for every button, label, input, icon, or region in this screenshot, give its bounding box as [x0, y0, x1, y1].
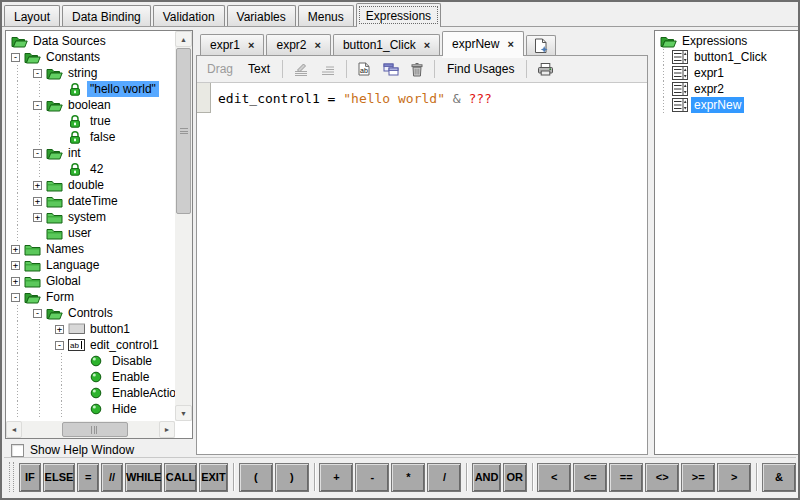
- vertical-scrollbar-thumb[interactable]: [176, 48, 191, 214]
- drag-mode-button[interactable]: Drag: [204, 60, 236, 78]
- greater-equal-button[interactable]: >=: [681, 463, 715, 492]
- tree-item-string[interactable]: - string: [6, 65, 175, 81]
- expand-toggle-icon[interactable]: +: [33, 181, 42, 190]
- multiply-button[interactable]: *: [391, 463, 425, 492]
- minus-button[interactable]: -: [355, 463, 389, 492]
- tree-item-constants[interactable]: - Constants: [6, 49, 175, 65]
- close-tab-icon[interactable]: ×: [248, 40, 254, 51]
- expand-toggle-icon[interactable]: +: [33, 213, 42, 222]
- tree-item-datetime[interactable]: + dateTime: [6, 193, 175, 209]
- tree-item-global[interactable]: + Global: [6, 273, 175, 289]
- while-button[interactable]: WHILE: [125, 463, 162, 492]
- expand-toggle-icon[interactable]: +: [33, 197, 42, 206]
- tree-item-controls[interactable]: - Controls: [6, 305, 175, 321]
- delete-expression-icon[interactable]: [409, 61, 425, 78]
- tree-item-names[interactable]: + Names: [6, 241, 175, 257]
- tab-expressions[interactable]: Expressions: [356, 3, 441, 27]
- tree-item-expr2[interactable]: expr2: [655, 81, 799, 97]
- collapse-toggle-icon[interactable]: -: [33, 149, 42, 158]
- vertical-scrollbar[interactable]: ▲ ▼: [175, 31, 192, 421]
- concat-button[interactable]: &: [762, 463, 796, 492]
- tree-item-int[interactable]: - int: [6, 145, 175, 161]
- collapse-toggle-icon[interactable]: -: [33, 69, 42, 78]
- comment-pen-icon[interactable]: [292, 61, 310, 77]
- print-icon[interactable]: [536, 61, 555, 77]
- greater-than-button[interactable]: >: [717, 463, 751, 492]
- scroll-up-icon[interactable]: ▲: [175, 31, 192, 47]
- tab-validation[interactable]: Validation: [153, 5, 225, 26]
- or-button[interactable]: OR: [503, 463, 527, 492]
- scroll-right-icon[interactable]: ►: [159, 421, 175, 438]
- tree-item-false[interactable]: false: [6, 129, 175, 145]
- show-help-checkbox[interactable]: [11, 444, 24, 457]
- expression-code-editor[interactable]: edit_control1 = "hello world" & ???: [197, 83, 647, 454]
- text-mode-button[interactable]: Text: [245, 60, 273, 78]
- close-tab-icon[interactable]: ×: [507, 39, 513, 50]
- tree-item-enableactiont[interactable]: EnableActionT: [6, 385, 175, 401]
- new-expression-tab-button[interactable]: [526, 35, 556, 55]
- tree-item-true[interactable]: true: [6, 113, 175, 129]
- expand-toggle-icon[interactable]: +: [55, 325, 64, 334]
- plus-button[interactable]: +: [319, 463, 353, 492]
- tree-item-language[interactable]: + Language: [6, 257, 175, 273]
- tree-item-enable[interactable]: Enable: [6, 369, 175, 385]
- tree-item-42[interactable]: 42: [6, 161, 175, 177]
- tree-item-form[interactable]: - Form: [6, 289, 175, 305]
- collapse-toggle-icon[interactable]: -: [11, 293, 20, 302]
- tree-item-button1[interactable]: + button1: [6, 321, 175, 337]
- tree-item-expressions-root[interactable]: Expressions: [655, 33, 799, 49]
- close-tab-icon[interactable]: ×: [315, 40, 321, 51]
- close-tab-icon[interactable]: ×: [424, 40, 430, 51]
- divide-button[interactable]: /: [427, 463, 461, 492]
- tree-item-double[interactable]: + double: [6, 177, 175, 193]
- find-usages-button[interactable]: Find Usages: [444, 60, 517, 78]
- tree-item-button1-click-expr[interactable]: button1_Click: [655, 49, 799, 65]
- tab-layout[interactable]: Layout: [4, 5, 60, 26]
- scroll-left-icon[interactable]: ◄: [6, 421, 22, 438]
- rename-icon[interactable]: [356, 61, 373, 77]
- tree-item-hide[interactable]: Hide: [6, 401, 175, 417]
- tree-item-disable[interactable]: Disable: [6, 353, 175, 369]
- close-paren-button[interactable]: ): [275, 463, 309, 492]
- exit-button[interactable]: EXIT: [199, 463, 228, 492]
- tree-item-exprnew[interactable]: exprNew: [655, 97, 799, 113]
- tab-expr2[interactable]: expr2 ×: [266, 34, 330, 55]
- scroll-down-icon[interactable]: ▼: [175, 405, 192, 421]
- tree-item-boolean[interactable]: - boolean: [6, 97, 175, 113]
- else-button[interactable]: ELSE: [43, 463, 75, 492]
- expand-toggle-icon[interactable]: +: [11, 277, 20, 286]
- less-than-button[interactable]: <: [537, 463, 571, 492]
- if-button[interactable]: IF: [19, 463, 41, 492]
- assign-button[interactable]: =: [77, 463, 99, 492]
- less-equal-button[interactable]: <=: [573, 463, 607, 492]
- tab-expr1[interactable]: expr1 ×: [200, 34, 264, 55]
- tree-item-edit-control1[interactable]: - edit_control1: [6, 337, 175, 353]
- tab-button1-click[interactable]: button1_Click ×: [333, 34, 440, 55]
- equals-button[interactable]: ==: [609, 463, 643, 492]
- tree-item-data-sources[interactable]: Data Sources: [6, 33, 175, 49]
- not-equal-button[interactable]: <>: [645, 463, 679, 492]
- collapse-toggle-icon[interactable]: -: [11, 53, 20, 62]
- collapse-toggle-icon[interactable]: -: [33, 101, 42, 110]
- tree-item-hello-world[interactable]: "hello world": [6, 81, 175, 97]
- expand-toggle-icon[interactable]: +: [11, 261, 20, 270]
- horizontal-scrollbar[interactable]: ◄ ►: [6, 421, 175, 438]
- tab-variables[interactable]: Variables: [227, 5, 296, 26]
- toolbar-drag-handle[interactable]: [9, 462, 14, 492]
- and-button[interactable]: AND: [472, 463, 501, 492]
- tab-data-binding[interactable]: Data Binding: [62, 5, 151, 26]
- horizontal-scrollbar-thumb[interactable]: [62, 422, 128, 437]
- tree-item-system[interactable]: + system: [6, 209, 175, 225]
- tab-menus[interactable]: Menus: [298, 5, 354, 26]
- tab-exprnew[interactable]: exprNew ×: [442, 31, 524, 56]
- open-paren-button[interactable]: (: [239, 463, 273, 492]
- uncomment-lines-icon[interactable]: [319, 61, 337, 77]
- call-button[interactable]: CALL: [164, 463, 197, 492]
- tree-item-expr1[interactable]: expr1: [655, 65, 799, 81]
- comment-button[interactable]: //: [101, 463, 123, 492]
- expand-toggle-icon[interactable]: +: [11, 245, 20, 254]
- collapse-toggle-icon[interactable]: -: [55, 341, 64, 350]
- move-to-window-icon[interactable]: [382, 62, 400, 77]
- tree-item-user[interactable]: user: [6, 225, 175, 241]
- collapse-toggle-icon[interactable]: -: [33, 309, 42, 318]
